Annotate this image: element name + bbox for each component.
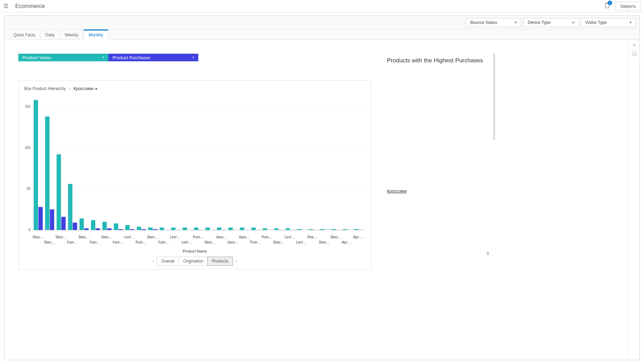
caret-down-icon: ▼ — [629, 21, 632, 24]
subtab-origination[interactable]: Origination — [179, 257, 208, 265]
svg-rect-41 — [206, 228, 210, 230]
x-tick-label: Skechers... — [204, 240, 216, 244]
svg-rect-22 — [96, 228, 100, 230]
x-tick-label: Skechers... — [147, 235, 158, 239]
x-tick-label: Skechers... — [319, 240, 330, 244]
x-tick-label — [136, 235, 147, 239]
svg-rect-25 — [114, 223, 118, 230]
x-tick-label: Vans SSV... — [239, 235, 250, 239]
svg-rect-67 — [354, 229, 359, 230]
legend-label: Product Views — [22, 55, 51, 60]
right-rail: « ⓘ — [628, 40, 640, 360]
x-tick-label: Skeche... — [33, 235, 44, 239]
svg-rect-51 — [263, 228, 267, 230]
x-tick-label: Levi's SSLUG — [296, 240, 307, 244]
top-bar: ☰ Ecommerce 1 Закрыть — [0, 0, 644, 12]
svg-rect-29 — [137, 227, 141, 230]
x-tick-label — [101, 240, 113, 244]
filter-visitor-type[interactable]: Visitor Type ▼ — [581, 18, 636, 27]
tab-monthly[interactable]: Monthly — [83, 29, 108, 40]
x-tick-label — [296, 235, 307, 239]
x-tick-label — [170, 240, 181, 244]
legend-label: Product Purchases — [112, 55, 151, 60]
menu-icon[interactable]: ☰ — [3, 3, 8, 9]
svg-rect-27 — [125, 225, 130, 230]
svg-rect-19 — [80, 219, 84, 230]
svg-rect-26 — [119, 229, 123, 230]
tab-weekly[interactable]: Weekly — [60, 30, 83, 39]
svg-rect-11 — [34, 100, 38, 230]
x-tick-label — [239, 240, 250, 244]
x-tick-label: Levi's SS... — [181, 240, 193, 244]
subtab-group: Overall Origination Products — [157, 257, 233, 266]
x-tick-label — [44, 235, 55, 239]
x-tick-label — [193, 240, 204, 244]
svg-rect-16 — [61, 217, 66, 230]
tab-row: Quick Facts Daily Weekly Monthly — [4, 29, 640, 40]
filter-label: Visitor Type — [585, 20, 607, 25]
close-button[interactable]: Закрыть — [616, 2, 641, 11]
main-area: Product Views ▼ Product Purchases ▼ Все … — [4, 40, 628, 360]
x-tick-label: Puma SS... — [136, 240, 147, 244]
breadcrumb-current[interactable]: Кроссовки ▼ — [74, 86, 98, 91]
svg-rect-15 — [57, 154, 61, 230]
side-scrollbar[interactable] — [493, 54, 495, 269]
tab-daily[interactable]: Daily — [40, 30, 60, 39]
filter-device-type[interactable]: Device Type ▼ — [523, 18, 579, 27]
main-frame: Bounce Status ▼ Device Type ▼ Visitor Ty… — [4, 15, 640, 360]
x-tick-label: Skechers... — [44, 240, 55, 244]
svg-rect-49 — [251, 228, 256, 230]
caret-down-icon: ▼ — [572, 21, 575, 24]
bar-chart: 050100150 — [22, 97, 368, 235]
subtab-products[interactable]: Products — [207, 257, 233, 266]
svg-rect-59 — [309, 229, 313, 230]
x-axis-labels-top: Skeche...Skechers...Skechers...Skechers.… — [22, 235, 368, 239]
x-tick-label: Reebok S... — [307, 235, 319, 239]
filter-bounce-status[interactable]: Bounce Status ▼ — [466, 18, 521, 27]
x-tick-label — [147, 240, 158, 244]
x-tick-label: Famous Br... — [67, 240, 78, 244]
x-tick-label: Famous Br... — [113, 240, 124, 244]
side-link[interactable]: Кроссовки — [387, 189, 407, 194]
svg-rect-65 — [343, 229, 347, 230]
side-panel: Products with the Highest Purchases Крос… — [382, 54, 496, 269]
svg-text:0: 0 — [28, 228, 30, 232]
x-axis-labels-bottom: Skechers...Famous Br...Famous Br...Famou… — [22, 239, 368, 244]
x-tick-label: Vans SSV... — [216, 235, 227, 239]
collapse-rail-icon[interactable]: « — [633, 42, 636, 47]
svg-rect-39 — [194, 228, 199, 230]
filter-label: Bounce Status — [470, 20, 497, 25]
svg-text:150: 150 — [25, 105, 30, 108]
svg-rect-24 — [107, 228, 112, 230]
clipboard-badge: 1 — [608, 1, 612, 5]
x-tick-label — [227, 235, 239, 239]
svg-rect-43 — [217, 228, 221, 230]
x-tick-label — [284, 240, 296, 244]
clipboard-icon[interactable]: 1 — [604, 2, 610, 10]
filter-label: Device Type — [528, 20, 551, 25]
svg-rect-23 — [102, 222, 107, 230]
x-axis-title: Product Name — [22, 249, 368, 253]
x-tick-label: Арт. F 560... — [342, 240, 353, 244]
side-zero: 0 — [487, 251, 489, 256]
svg-rect-28 — [130, 229, 135, 230]
x-tick-label — [33, 240, 44, 244]
chevron-right-icon: › — [69, 86, 70, 91]
x-tick-label — [158, 235, 170, 239]
x-tick-label: Skechers... — [330, 235, 342, 239]
x-tick-label: Skechers... — [273, 240, 284, 244]
x-tick-label: Skechers... — [78, 235, 90, 239]
svg-text:100: 100 — [25, 146, 30, 150]
legend-product-purchases[interactable]: Product Purchases ▼ — [108, 54, 198, 61]
next-arrow-icon[interactable]: › — [236, 259, 237, 264]
subtab-overall[interactable]: Overall — [157, 257, 179, 265]
filter-row: Bounce Status ▼ Device Type ▼ Visitor Ty… — [4, 16, 640, 29]
prev-arrow-icon[interactable]: ‹ — [153, 259, 154, 264]
content-row: Product Views ▼ Product Purchases ▼ Все … — [4, 40, 640, 360]
breadcrumb-root[interactable]: Все Product Hierarchy — [24, 86, 66, 91]
info-icon[interactable]: ⓘ — [632, 51, 637, 57]
tab-quick-facts[interactable]: Quick Facts — [9, 30, 40, 39]
legend-product-views[interactable]: Product Views ▼ — [18, 54, 108, 61]
x-tick-label — [216, 240, 227, 244]
x-tick-label — [90, 235, 101, 239]
